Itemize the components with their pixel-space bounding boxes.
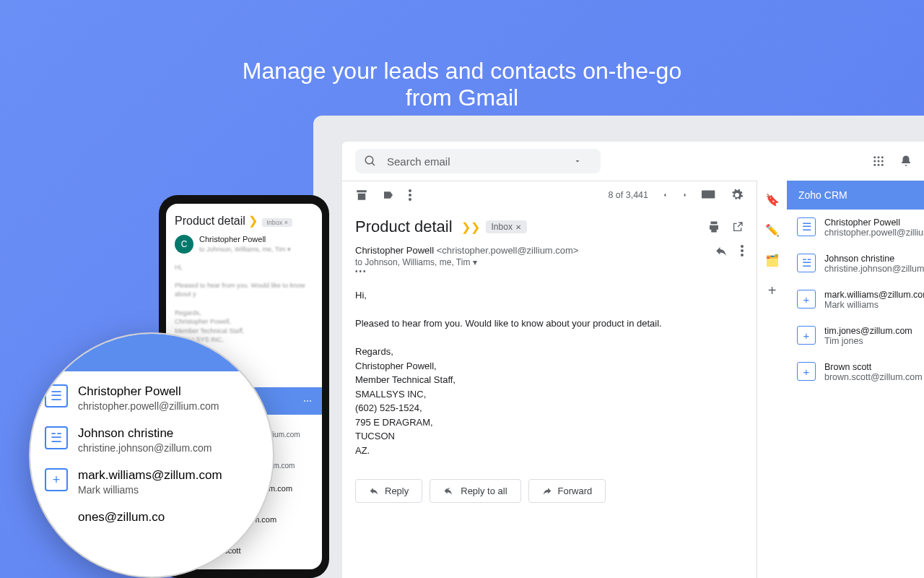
search-placeholder: Search email <box>387 155 573 168</box>
important-icon[interactable]: ❯❯ <box>461 220 480 234</box>
add-contact-icon: + <box>797 326 816 345</box>
svg-point-10 <box>881 164 884 166</box>
svg-point-6 <box>878 160 880 163</box>
bell-icon[interactable] <box>899 155 912 168</box>
svg-point-17 <box>741 254 744 256</box>
email-subject: Product detail <box>355 217 453 236</box>
add-contact-icon: + <box>45 468 68 491</box>
lead-icon: ☱ <box>797 254 816 272</box>
add-contact-icon: + <box>797 362 816 381</box>
lens-contact-item[interactable]: +mark.williams@zillum.comMark williams <box>30 461 273 503</box>
svg-point-11 <box>409 189 411 192</box>
lead-icon: ☱ <box>45 426 68 449</box>
keyboard-icon[interactable] <box>702 190 718 200</box>
sender-name: Christopher Powell <box>355 245 434 256</box>
more-vert-icon[interactable] <box>741 245 744 256</box>
gmail-screen: Search email B 8 of 3,441 Product detail <box>342 142 924 578</box>
lens-contact-item[interactable]: ones@zillum.co <box>30 503 273 532</box>
gmail-top-bar: Search email B <box>342 142 924 181</box>
contact-icon: ☰ <box>45 384 68 407</box>
mail-toolbar: 8 of 3,441 <box>355 181 744 209</box>
addon-icon-2[interactable]: ✏️ <box>765 223 780 237</box>
panel-title: Zoho CRM <box>798 189 847 201</box>
open-new-icon[interactable] <box>732 221 744 233</box>
addon-icon-1[interactable]: 🔖 <box>765 192 780 207</box>
apps-icon[interactable] <box>872 155 885 168</box>
reply-button[interactable]: Reply <box>355 479 422 503</box>
gear-icon[interactable] <box>731 189 744 202</box>
zoho-panel: Zoho CRM ☰Christopher Powellchristopher.… <box>787 181 924 578</box>
reply-all-button[interactable]: Reply to all <box>430 479 520 503</box>
more-icon[interactable] <box>409 189 411 201</box>
phone-panel-menu-icon[interactable]: ⋯ <box>303 396 312 406</box>
lens-contact-item[interactable]: ☱Johnson christinechristine.johnson@zill… <box>30 419 273 461</box>
svg-line-1 <box>372 163 375 165</box>
addon-icon-3[interactable]: 🗂️ <box>765 253 780 267</box>
laptop-frame: Search email B 8 of 3,441 Product detail <box>313 116 924 578</box>
panel-header: Zoho CRM <box>787 181 924 210</box>
prev-icon[interactable] <box>661 190 668 200</box>
add-addon-icon[interactable]: + <box>765 283 780 298</box>
show-trimmed-icon[interactable]: ••• <box>355 267 715 275</box>
lens-contact-item[interactable]: ☰Christopher Powellchristopher.powell@zi… <box>30 377 273 419</box>
label-icon[interactable] <box>381 189 396 201</box>
chevron-down-icon[interactable] <box>573 157 582 165</box>
contact-icon: ☰ <box>797 217 816 236</box>
sender-email: <christopher.powell@zillium.com> <box>437 245 579 256</box>
contact-item[interactable]: ☰Christopher Powellchristopher.powell@zi… <box>787 210 924 246</box>
add-contact-icon: + <box>797 290 816 309</box>
contact-item[interactable]: +tim.jones@zillum.comTim jones <box>787 318 924 354</box>
svg-point-0 <box>365 156 373 164</box>
phone-sender-name: Christopher Powell <box>199 235 291 243</box>
svg-point-4 <box>881 156 884 158</box>
print-icon[interactable] <box>707 220 720 233</box>
reply-icon[interactable] <box>715 245 728 258</box>
svg-point-3 <box>878 156 880 158</box>
svg-rect-14 <box>702 191 715 199</box>
forward-button[interactable]: Forward <box>528 479 606 503</box>
panel-list: ☰Christopher Powellchristopher.powell@zi… <box>787 210 924 578</box>
hero-title: Manage your leads and contacts on-the-go… <box>231 58 693 111</box>
svg-point-12 <box>409 194 411 197</box>
phone-subject: Product detail <box>175 215 245 227</box>
email-body: Hi, Pleased to hear from you. Would like… <box>355 280 744 472</box>
svg-point-16 <box>741 249 744 252</box>
svg-point-13 <box>409 198 411 201</box>
svg-point-2 <box>873 156 876 158</box>
search-icon <box>364 155 377 168</box>
svg-point-8 <box>873 164 876 166</box>
mail-pane: 8 of 3,441 Product detail ❯❯ Inbox✕ Chri… <box>342 181 757 578</box>
recipients: to Johnson, Williams, me, Tim <box>355 257 470 267</box>
svg-point-5 <box>873 160 876 163</box>
magnifier-lens: o CRM ☰Christopher Powellchristopher.pow… <box>29 332 274 578</box>
phone-sender-avatar: C <box>175 235 193 254</box>
svg-point-15 <box>741 245 744 248</box>
search-box[interactable]: Search email <box>355 149 601 173</box>
svg-point-7 <box>881 160 884 163</box>
archive-icon[interactable] <box>355 189 368 202</box>
addon-rail: 🔖 ✏️ 🗂️ + <box>757 181 787 578</box>
inbox-chip[interactable]: Inbox✕ <box>486 220 527 233</box>
contact-item[interactable]: +mark.williams@zillum.comMark williams <box>787 282 924 318</box>
page-count: 8 of 3,441 <box>608 190 648 200</box>
contact-item[interactable]: ☱Johnson christinechristine.johnson@zill… <box>787 246 924 282</box>
chevron-down-icon[interactable]: ▾ <box>473 257 477 267</box>
contact-item[interactable]: +Brown scottbrown.scott@zillum.com <box>787 354 924 390</box>
svg-point-9 <box>878 164 880 166</box>
next-icon[interactable] <box>681 190 689 200</box>
